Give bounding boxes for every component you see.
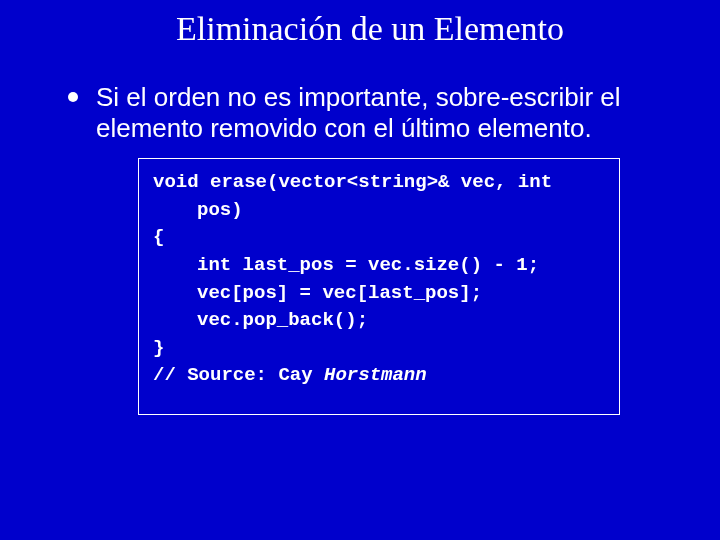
code-line: vec.pop_back(); bbox=[153, 307, 607, 335]
code-line: vec[pos] = vec[last_pos]; bbox=[153, 280, 607, 308]
slide-title: Eliminación de un Elemento bbox=[0, 0, 720, 48]
code-line: int last_pos = vec.size() - 1; bbox=[153, 252, 607, 280]
slide-content: Si el orden no es importante, sobre-escr… bbox=[0, 48, 720, 415]
bullet-icon bbox=[68, 92, 78, 102]
code-line: void erase(vector<string>& vec, int bbox=[153, 171, 552, 193]
code-line: pos) bbox=[153, 197, 607, 225]
code-line: } bbox=[153, 337, 164, 359]
code-line: // Source: Cay bbox=[153, 364, 324, 386]
code-author: Horstmann bbox=[324, 364, 427, 386]
code-block: void erase(vector<string>& vec, int pos)… bbox=[138, 158, 620, 414]
bullet-text: Si el orden no es importante, sobre-escr… bbox=[96, 82, 660, 144]
bullet-item: Si el orden no es importante, sobre-escr… bbox=[68, 82, 660, 144]
code-line: { bbox=[153, 226, 164, 248]
